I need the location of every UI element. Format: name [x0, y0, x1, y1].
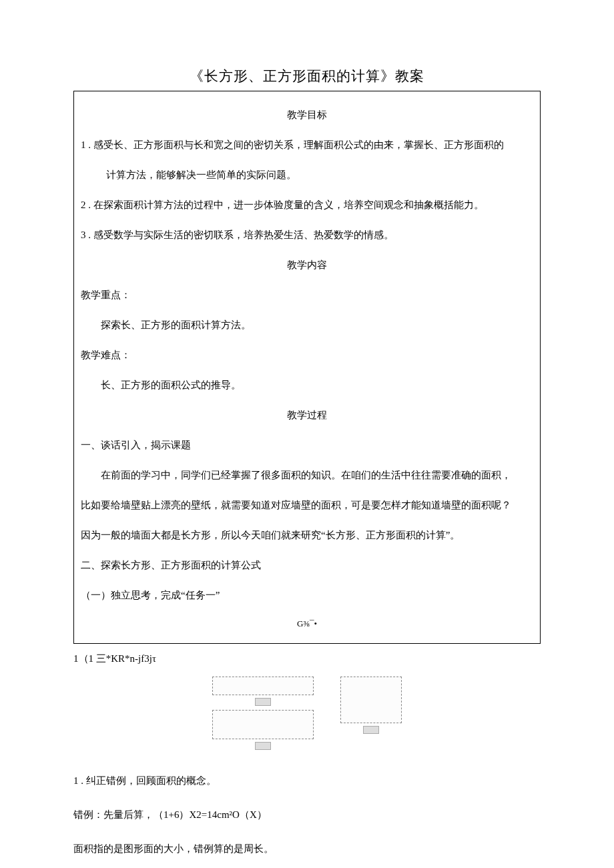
figure-group-right [340, 677, 402, 734]
item-1-example: 错例：先量后算，（1+6）X2=14cm²O（X） [73, 804, 541, 826]
goal-1-cont: 计算方法，能够解决一些简单的实际问题。 [81, 162, 533, 188]
process-heading: 教学过程 [81, 402, 533, 428]
goals-heading: 教学目标 [81, 102, 533, 128]
rect-3-label [363, 726, 379, 734]
garble-line: 1（1 三*KR*n-jf3jτ [73, 648, 541, 670]
focus-label: 教学重点： [81, 282, 533, 308]
item-1-note: 面积指的是图形面的大小，错例算的是周长。 [73, 838, 541, 860]
content-box: 教学目标 1 . 感受长、正方形面积与长和宽之间的密切关系，理解面积公式的由来，… [73, 91, 541, 644]
rect-1 [212, 677, 314, 695]
proc1-p3: 因为一般的墙面大都是长方形，所以今天咱们就来研究“长方形、正方形面积的计算”。 [81, 522, 533, 548]
difficulty-label: 教学难点： [81, 342, 533, 368]
item-1: 1 . 纠正错例，回顾面积的概念。 [73, 770, 541, 792]
proc1-heading: 一、谈话引入，揭示课题 [81, 432, 533, 458]
goal-3: 3 . 感受数学与实际生活的密切联系，培养热爱生活、热爱数学的情感。 [81, 222, 533, 248]
proc2-heading: 二、探索长方形、正方形面积的计算公式 [81, 552, 533, 578]
focus-text: 探索长、正方形的面积计算方法。 [81, 312, 533, 338]
proc1-p1: 在前面的学习中，同学们已经掌握了很多面积的知识。在咱们的生活中往往需要准确的面积… [81, 462, 533, 488]
figure-group-left [212, 677, 314, 750]
rect-2 [212, 710, 314, 739]
proc1-p2: 比如要给墙壁贴上漂亮的壁纸，就需要知道对应墙壁的面积，可是要怎样才能知道墙壁的面… [81, 492, 533, 518]
doc-title: 《长方形、正方形面积的计算》教案 [73, 67, 541, 85]
rect-1-label [255, 698, 271, 706]
rect-3 [340, 677, 402, 723]
garble-text: G⅜¯• [81, 612, 533, 635]
proc2-sub1: （一）独立思考，完成“任务一” [81, 582, 533, 608]
content-heading: 教学内容 [81, 252, 533, 278]
difficulty-text: 长、正方形的面积公式的推导。 [81, 372, 533, 398]
goal-1: 1 . 感受长、正方形面积与长和宽之间的密切关系，理解面积公式的由来，掌握长、正… [81, 132, 533, 158]
goal-2: 2 . 在探索面积计算方法的过程中，进一步体验度量的含义，培养空间观念和抽象概括… [81, 192, 533, 218]
figure-row [73, 677, 541, 750]
rect-2-label [255, 742, 271, 750]
